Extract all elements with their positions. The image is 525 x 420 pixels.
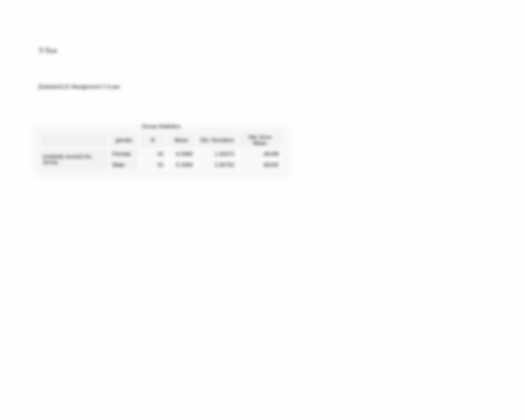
- header-n: N: [139, 132, 167, 148]
- header-std-dev: Std. Deviation: [196, 132, 238, 148]
- header-gender: gender: [109, 132, 139, 148]
- mean-cell: 6.5000: [167, 148, 196, 159]
- table-caption: Group Statistics: [39, 123, 284, 129]
- gender-cell: Female: [109, 148, 139, 159]
- std-err-cell: .66332: [238, 159, 282, 170]
- n-cell: 10: [139, 148, 167, 159]
- n-cell: 10: [139, 159, 167, 170]
- gender-cell: Male: [109, 159, 139, 170]
- header-blank: [39, 132, 109, 148]
- mean-cell: 5.2000: [167, 159, 196, 170]
- dataset-path: [DataSet1] E:\Assignment 2-3.sav: [39, 84, 284, 90]
- std-dev-cell: 2.09762: [196, 159, 238, 170]
- group-statistics-block: Group Statistics gender N Mean Std. Devi…: [39, 123, 284, 171]
- page-title: T-Test: [39, 47, 284, 55]
- header-std-err: Std. Error Mean: [238, 132, 282, 148]
- table-row: creativity score(1=lo, 10=hi) Female 10 …: [39, 148, 282, 159]
- header-mean: Mean: [167, 132, 196, 148]
- table-header-row: gender N Mean Std. Deviation Std. Error …: [39, 132, 282, 148]
- output-page: T-Test [DataSet1] E:\Assignment 2-3.sav …: [39, 47, 284, 171]
- std-err-cell: .45338: [238, 148, 282, 159]
- group-statistics-table: gender N Mean Std. Deviation Std. Error …: [39, 131, 283, 171]
- std-dev-cell: 1.43372: [196, 148, 238, 159]
- variable-label: creativity score(1=lo, 10=hi): [39, 148, 109, 170]
